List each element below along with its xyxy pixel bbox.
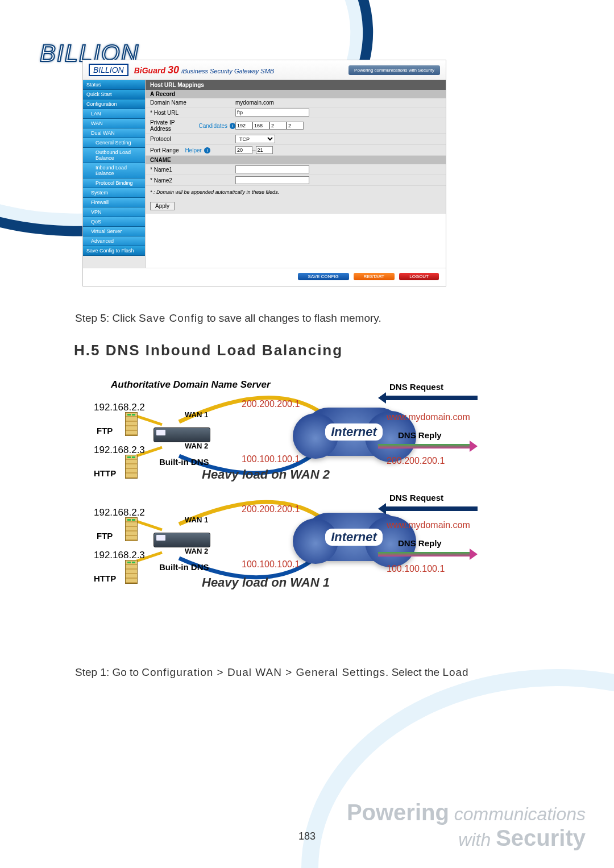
router-icon-1 <box>154 427 210 442</box>
nav-lan[interactable]: LAN <box>83 109 145 119</box>
cname1-input[interactable] <box>235 165 309 173</box>
heavy-wan1: Heavy load on WAN 1 <box>202 575 330 590</box>
step1-text: Step 1: Go to Configuration > Dual WAN >… <box>75 666 539 679</box>
admin-sidebar: StatusQuick StartConfigurationLANWANDual… <box>83 80 146 268</box>
ftp-server-icon <box>125 412 138 436</box>
row-protocol: Protocol TCP <box>146 134 446 145</box>
wan1-ip-2: 200.200.200.1 <box>242 504 300 514</box>
nav-wan[interactable]: WAN <box>83 119 145 128</box>
heavy-wan2: Heavy load on WAN 2 <box>202 467 330 482</box>
footnote: * : Domain will be appended automaticall… <box>146 186 446 198</box>
row-private-ip: Private IP Address Candidates i <box>146 118 446 134</box>
dns-request-arrow-1 <box>378 393 478 402</box>
helper-link[interactable]: Helper <box>185 147 201 153</box>
row-host-url: * Host URL <box>146 107 446 118</box>
protocol-label: Protocol <box>150 136 235 142</box>
wan2-ip-2: 100.100.100.1 <box>242 559 300 570</box>
logout-button[interactable]: LOGOUT <box>399 273 439 280</box>
cname2-input[interactable] <box>235 176 309 184</box>
nav-inbound-load-balance[interactable]: Inbound Load Balance <box>83 163 145 178</box>
help-icon[interactable]: i <box>204 147 210 153</box>
nav-quick-start[interactable]: Quick Start <box>83 90 145 99</box>
lan-ip-ftp-1: 192.168.2.2 <box>94 402 145 413</box>
host-url-label: * Host URL <box>150 110 235 116</box>
wan2-ip-1: 100.100.100.1 <box>242 454 300 464</box>
nav-system[interactable]: System <box>83 188 145 198</box>
ip-octet-2[interactable] <box>252 122 269 130</box>
nav-advanced[interactable]: Advanced <box>83 236 145 246</box>
builtin-dns-1: Built-in DNS <box>159 457 209 467</box>
wan1-label-1: WAN 1 <box>185 410 208 419</box>
dns-reply-2: DNS Reply <box>398 538 442 548</box>
domain-1: www.mydomain.com <box>387 412 470 422</box>
wan2-label-2: WAN 2 <box>185 547 208 555</box>
admin-footer: SAVE CONFIG RESTART LOGOUT <box>83 268 446 286</box>
restart-button[interactable]: RESTART <box>354 273 395 280</box>
wan1-label-2: WAN 1 <box>185 516 208 524</box>
candidates-link[interactable]: Candidates <box>198 123 227 129</box>
ip-octet-3[interactable] <box>269 122 287 130</box>
admin-panel: Host URL Mappings A Record Domain Name m… <box>146 80 446 268</box>
nav-save-config-to-flash[interactable]: Save Config to Flash <box>83 246 145 256</box>
reply-ip-1: 200.200.200.1 <box>387 456 445 466</box>
host-url-input[interactable] <box>235 109 309 117</box>
ftp-label-1: FTP <box>97 426 113 435</box>
dns-request-1: DNS Request <box>389 382 443 392</box>
nav-configuration[interactable]: Configuration <box>83 99 145 109</box>
nav-virtual-server[interactable]: Virtual Server <box>83 227 145 236</box>
nav-protocol-binding[interactable]: Protocol Binding <box>83 178 145 188</box>
http-label-2: HTTP <box>94 574 116 583</box>
http-server-icon <box>125 455 138 479</box>
nav-qos[interactable]: QoS <box>83 217 145 227</box>
nav-general-setting[interactable]: General Setting <box>83 138 145 148</box>
nav-firewall[interactable]: Firewall <box>83 198 145 207</box>
nav-vpn[interactable]: VPN <box>83 207 145 217</box>
nav-status[interactable]: Status <box>83 80 145 90</box>
nav-outbound-load-balance[interactable]: Outbound Load Balance <box>83 148 145 163</box>
ftp-label-2: FTP <box>97 531 113 541</box>
admin-logo: BILLION <box>89 64 128 76</box>
wan2-label-1: WAN 2 <box>185 442 208 450</box>
auth-title: Authoritative Domain Name Server <box>111 379 271 391</box>
row-port-range: Port Range Helper i – <box>146 145 446 156</box>
port-range-label: Port Range Helper i <box>150 147 235 153</box>
domain-2: www.mydomain.com <box>387 520 470 530</box>
domain-label: Domain Name <box>150 99 235 106</box>
dns-diagram: Authoritative Domain Name Server 192.168… <box>71 379 543 635</box>
page-number: 183 <box>0 830 614 842</box>
admin-header-tag: Powering communications with Security <box>349 65 440 75</box>
port-from[interactable] <box>235 146 252 154</box>
apply-button[interactable]: Apply <box>150 202 175 210</box>
admin-header: BILLION BiGuard 30 iBusiness Security Ga… <box>83 60 446 80</box>
dns-reply-1: DNS Reply <box>398 430 442 440</box>
dns-request-2: DNS Request <box>389 493 443 502</box>
cname2-label: * Name2 <box>150 177 235 184</box>
builtin-dns-2: Built-in DNS <box>159 562 209 572</box>
port-to[interactable] <box>256 146 273 154</box>
http-server-icon-2 <box>125 560 138 584</box>
save-config-button[interactable]: SAVE CONFIG <box>298 273 349 280</box>
wan1-ip-1: 200.200.200.1 <box>242 399 300 409</box>
domain-value: mydomain.com <box>235 99 274 106</box>
ip-octet-1[interactable] <box>235 122 252 130</box>
protocol-select[interactable]: TCP <box>235 135 275 143</box>
row-cname1: * Name1 <box>146 164 446 175</box>
lan-ip-http-2: 192.168.2.3 <box>94 550 145 561</box>
cname1-label: * Name1 <box>150 167 235 173</box>
ftp-server-icon-2 <box>125 517 138 541</box>
router-icon-2 <box>154 533 210 547</box>
svg-line-0 <box>136 416 162 425</box>
ip-octet-4[interactable] <box>287 122 304 130</box>
private-ip-label: Private IP Address Candidates i <box>150 119 235 132</box>
lan-ip-ftp-2: 192.168.2.2 <box>94 507 145 518</box>
dns-reply-arrow-2 <box>378 550 478 559</box>
section-heading: H.5 DNS Inbound Load Balancing <box>74 342 540 359</box>
dns-request-arrow-2 <box>378 504 478 513</box>
router-admin-screenshot: BILLION BiGuard 30 iBusiness Security Ga… <box>82 60 446 286</box>
nav-dual-wan[interactable]: Dual WAN <box>83 128 145 138</box>
group-a-record: A Record <box>146 90 446 98</box>
lan-ip-http-1: 192.168.2.3 <box>94 445 145 456</box>
reply-ip-2: 100.100.100.1 <box>387 564 445 574</box>
help-icon[interactable]: i <box>230 123 235 129</box>
row-domain: Domain Name mydomain.com <box>146 98 446 107</box>
